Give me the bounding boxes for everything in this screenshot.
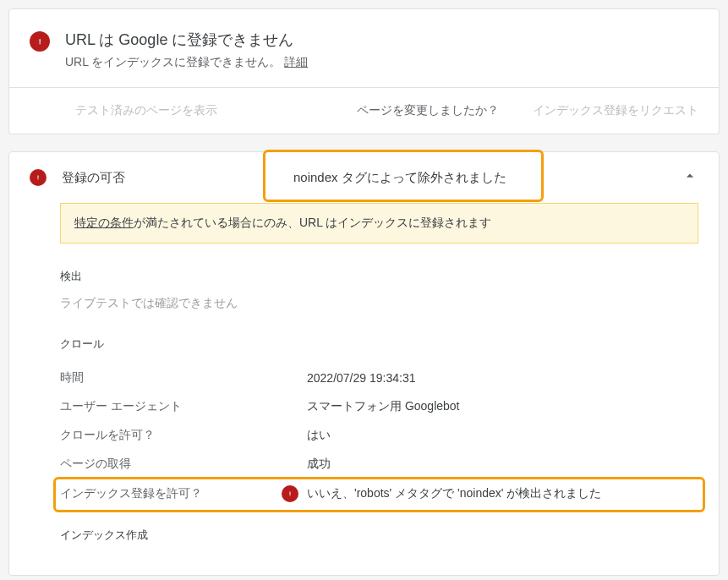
registration-panel: 登録の可否 noindex タグによって除外されました 特定の条件が満たされてい…: [8, 151, 720, 576]
status-text: URL は Google に登録できません URL をインデックスに登録できませ…: [65, 30, 308, 70]
panel-header[interactable]: 登録の可否 noindex タグによって除外されました: [9, 152, 719, 203]
chevron-up-icon: [681, 167, 698, 188]
kv-row-allow-crawl: クロールを許可？ はい: [60, 421, 698, 450]
page-changed-link[interactable]: ページを変更しましたか？: [357, 103, 499, 118]
panel-status: noindex タグによって除外されました: [293, 170, 506, 186]
kv-row-allow-index: インデックス登録を許可？ いいえ、'robots' メタタグで 'noindex…: [60, 479, 698, 509]
action-row: テスト済みのページを表示 ページを変更しましたか？ インデックス登録をリクエスト: [9, 87, 719, 134]
status-subtitle: URL をインデックスに登録できません。 詳細: [65, 55, 308, 70]
kv-row-time: 時間 2022/07/29 19:34:31: [60, 364, 698, 392]
details-link[interactable]: 詳細: [284, 55, 308, 68]
request-indexing-link[interactable]: インデックス登録をリクエスト: [533, 103, 698, 118]
kv-row-page-fetch: ページの取得 成功: [60, 450, 698, 479]
status-card: URL は Google に登録できません URL をインデックスに登録できませ…: [8, 8, 720, 134]
kv-value: 2022/07/29 19:34:31: [307, 371, 415, 385]
kv-value: 成功: [307, 457, 331, 472]
crawl-section-label: クロール: [60, 337, 698, 352]
panel-body: 特定の条件が満たされている場合にのみ、URL はインデックスに登録されます 検出…: [9, 203, 719, 575]
status-title: URL は Google に登録できません: [65, 30, 308, 50]
detection-section-text: ライブテストでは確認できません: [60, 296, 698, 311]
kv-key: インデックス登録を許可？: [60, 486, 282, 501]
kv-value: はい: [307, 428, 331, 443]
error-icon: [30, 169, 47, 186]
kv-key: ユーザー エージェント: [60, 399, 282, 414]
kv-value: スマートフォン用 Googlebot: [307, 399, 460, 414]
panel-title: 登録の可否: [62, 170, 125, 186]
error-icon: [282, 485, 298, 502]
notice-box: 特定の条件が満たされている場合にのみ、URL はインデックスに登録されます: [60, 203, 698, 243]
kv-key: ページの取得: [60, 457, 282, 472]
indexing-section-label: インデックス作成: [60, 528, 698, 543]
kv-key: 時間: [60, 370, 282, 386]
detection-section-label: 検出: [60, 269, 698, 284]
kv-row-allow-index-wrap: インデックス登録を許可？ いいえ、'robots' メタタグで 'noindex…: [60, 479, 698, 509]
notice-link[interactable]: 特定の条件: [74, 216, 134, 229]
kv-key: クロールを許可？: [60, 428, 282, 443]
status-header: URL は Google に登録できません URL をインデックスに登録できませ…: [9, 9, 719, 87]
error-icon: [30, 31, 50, 52]
kv-value: いいえ、'robots' メタタグで 'noindex' が検出されました: [307, 486, 601, 501]
view-tested-page-link[interactable]: テスト済みのページを表示: [75, 103, 217, 118]
kv-row-agent: ユーザー エージェント スマートフォン用 Googlebot: [60, 392, 698, 421]
